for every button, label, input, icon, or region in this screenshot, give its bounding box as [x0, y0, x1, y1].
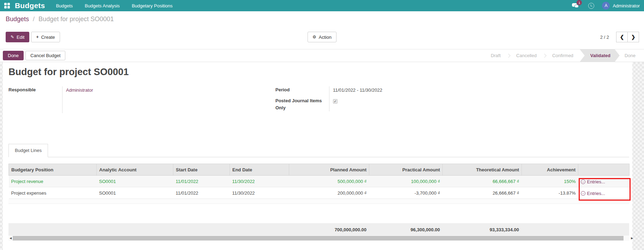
- horizontal-scrollbar[interactable]: ◀ ▶: [8, 236, 629, 241]
- cell-entries: → Entries...: [578, 176, 630, 187]
- table-empty-row: [8, 199, 629, 204]
- breadcrumb-parent[interactable]: Budgets: [6, 16, 29, 23]
- scrollbar-thumb[interactable]: [13, 236, 624, 240]
- app-brand-title: Budgets: [15, 1, 45, 10]
- breadcrumb-current: Budget for project SO0001: [38, 16, 114, 23]
- total-planned-amount: 700,000,000.00: [289, 223, 369, 236]
- status-step-cancelled[interactable]: Cancelled: [515, 53, 538, 58]
- cell-theoretical-amount[interactable]: 66,666,667 ₫: [443, 176, 522, 187]
- control-panel: Budgets / Budget for project SO0001 ✎ Ed…: [0, 11, 644, 49]
- record-buttons: ✎ Edit + Create: [6, 32, 60, 42]
- entries-button[interactable]: → Entries...: [581, 179, 605, 184]
- cell-planned-amount[interactable]: 200,000,000 ₫: [289, 187, 369, 199]
- status-step-draft[interactable]: Draft: [489, 53, 502, 58]
- col-practical-amount[interactable]: Practical Amount: [369, 164, 443, 176]
- status-step-validated[interactable]: Validated: [580, 49, 620, 62]
- table-totals-row: 700,000,000.00 96,300,000.00 93,333,334.…: [8, 223, 629, 236]
- top-navbar: Budgets Budgets Budgets Analysis Budgeta…: [0, 0, 644, 11]
- table-row-project-revenue[interactable]: Project revenue SO0001 11/01/2022 11/30/…: [9, 176, 630, 187]
- page-title: Budget for project SO0001: [8, 67, 129, 78]
- cancel-budget-button[interactable]: Cancel Budget: [25, 51, 65, 60]
- cell-practical-amount[interactable]: -3,700,000 ₫: [369, 187, 443, 199]
- breadcrumb: Budgets / Budget for project SO0001: [6, 16, 114, 23]
- avatar: A: [602, 2, 610, 10]
- check-icon: ✓: [334, 100, 336, 103]
- breadcrumb-separator: /: [33, 16, 35, 23]
- nav-item-budgetary-positions[interactable]: Budgetary Positions: [126, 0, 179, 11]
- apps-menu-icon[interactable]: [4, 3, 10, 8]
- cell-achievement[interactable]: 150%: [522, 176, 578, 187]
- statusbar-buttons: Done Cancel Budget: [3, 51, 65, 60]
- navbar-systray: 1 A Administrator: [572, 2, 640, 10]
- col-start-date[interactable]: Start Date: [173, 164, 230, 176]
- form-view-background: Budget for project SO0001 Responsible Ad…: [0, 62, 644, 250]
- entries-button[interactable]: → Entries...: [581, 191, 605, 196]
- cancel-budget-button-label: Cancel Budget: [30, 53, 60, 58]
- col-analytic-account[interactable]: Analytic Account: [97, 164, 173, 176]
- app-menu: Budgets Budgets Analysis Budgetary Posit…: [50, 0, 178, 11]
- cell-entries: → Entries...: [578, 187, 630, 199]
- edit-button[interactable]: ✎ Edit: [6, 32, 29, 42]
- scroll-right-icon[interactable]: ▶: [630, 236, 634, 241]
- col-end-date[interactable]: End Date: [230, 164, 289, 176]
- col-budgetary-position[interactable]: Budgetary Position: [9, 164, 97, 176]
- total-practical-amount: 96,300,000.00: [369, 223, 442, 236]
- pager-value: 2 / 2: [600, 35, 609, 40]
- action-button[interactable]: ⚙ Action: [308, 32, 336, 42]
- responsible-label: Responsible: [8, 86, 62, 97]
- pager-next-button[interactable]: ❯: [627, 32, 639, 42]
- user-menu[interactable]: A Administrator: [602, 2, 640, 10]
- statusbar-steps: Draft Cancelled Confirmed Validated Done: [489, 49, 644, 62]
- arrow-circle-right-icon: →: [581, 191, 585, 196]
- arrow-circle-right-icon: →: [581, 179, 585, 184]
- status-step-done[interactable]: Done: [623, 53, 639, 58]
- table-row-project-expenses[interactable]: Project expenses SO0001 11/01/2022 11/30…: [9, 187, 630, 199]
- messages-icon[interactable]: 1: [572, 2, 580, 9]
- cell-budgetary-position[interactable]: Project expenses: [9, 187, 97, 199]
- scroll-left-icon[interactable]: ◀: [8, 236, 13, 241]
- done-button-label: Done: [8, 53, 19, 58]
- cell-achievement[interactable]: -13.87%: [522, 187, 578, 199]
- col-achievement[interactable]: Achievement: [522, 164, 578, 176]
- period-value: 11/01/2022 - 11/30/2022: [333, 86, 382, 97]
- cell-analytic-account[interactable]: SO0001: [97, 176, 173, 187]
- edit-button-label: Edit: [17, 35, 24, 40]
- cell-end-date[interactable]: 11/30/2022: [230, 176, 289, 187]
- user-name: Administrator: [613, 3, 640, 8]
- period-label: Period: [275, 86, 329, 97]
- form-sheet: Budget for project SO0001 Responsible Ad…: [3, 62, 632, 250]
- col-entries: [578, 164, 630, 176]
- cell-practical-amount[interactable]: 100,000,000 ₫: [369, 176, 443, 187]
- cell-theoretical-amount[interactable]: 26,666,667 ₫: [443, 187, 522, 199]
- nav-item-budgets-analysis[interactable]: Budgets Analysis: [79, 0, 126, 11]
- posted-journal-items-checkbox[interactable]: ✓: [333, 99, 338, 104]
- col-theoretical-amount[interactable]: Theoretical Amount: [443, 164, 522, 176]
- cell-start-date[interactable]: 11/01/2022: [173, 176, 230, 187]
- odoo-window: Budgets Budgets Budgets Analysis Budgeta…: [0, 0, 644, 250]
- nav-item-budgets[interactable]: Budgets: [50, 0, 79, 11]
- action-button-label: Action: [319, 35, 332, 40]
- pencil-icon: ✎: [11, 35, 14, 39]
- tab-budget-lines[interactable]: Budget Lines: [8, 144, 48, 157]
- cell-budgetary-position[interactable]: Project revenue: [9, 176, 97, 187]
- cell-planned-amount[interactable]: 500,000,000 ₫: [289, 176, 369, 187]
- table-header-row: Budgetary Position Analytic Account Star…: [9, 164, 630, 176]
- cell-start-date[interactable]: 11/01/2022: [173, 187, 230, 199]
- field-group-right: Period Posted Journal Items Only 11/01/2…: [275, 86, 382, 111]
- plus-icon: +: [36, 35, 38, 39]
- responsible-value[interactable]: Administrator: [66, 86, 93, 97]
- chevron-right-icon: ❯: [631, 34, 636, 40]
- budget-lines-table: Budgetary Position Analytic Account Star…: [8, 164, 630, 199]
- step-chevron-icon: [542, 54, 546, 57]
- entries-button-label: Entries...: [587, 179, 605, 184]
- gear-icon: ⚙: [312, 35, 316, 39]
- cell-end-date[interactable]: 11/30/2022: [230, 187, 289, 199]
- status-step-confirmed[interactable]: Confirmed: [551, 53, 575, 58]
- notebook-tabbar: Budget Lines: [8, 144, 629, 157]
- create-button[interactable]: + Create: [31, 32, 60, 42]
- done-button[interactable]: Done: [3, 51, 24, 60]
- col-planned-amount[interactable]: Planned Amount: [289, 164, 369, 176]
- pager-previous-button[interactable]: ❮: [616, 32, 628, 42]
- activities-clock-icon[interactable]: [588, 3, 594, 9]
- cell-analytic-account[interactable]: SO0001: [97, 187, 173, 199]
